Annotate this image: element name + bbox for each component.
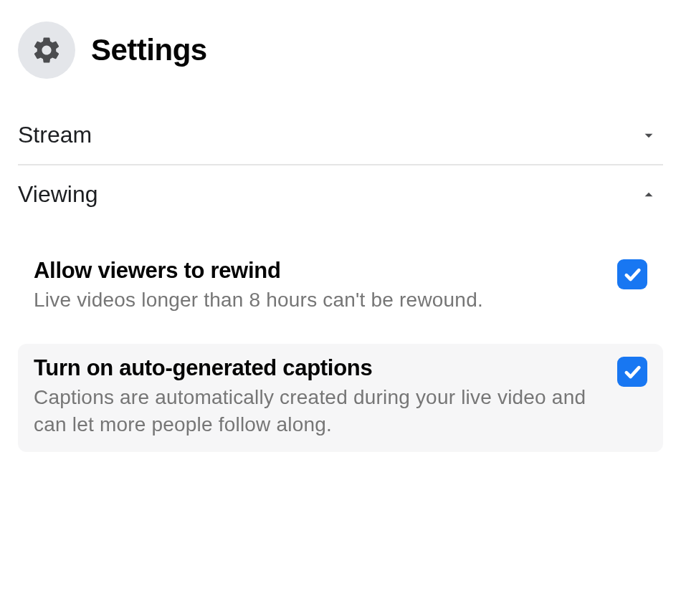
- section-stream-header[interactable]: Stream: [18, 106, 663, 164]
- gear-icon: [18, 21, 75, 79]
- setting-description: Live videos longer than 8 hours can't be…: [34, 287, 603, 314]
- setting-description: Captions are automatically created durin…: [34, 384, 603, 438]
- section-stream-title: Stream: [18, 122, 92, 148]
- setting-label: Allow viewers to rewind: [34, 258, 603, 284]
- chevron-up-icon: [639, 185, 659, 205]
- page-title: Settings: [91, 33, 207, 67]
- setting-text: Turn on auto-generated captions Captions…: [34, 355, 603, 438]
- setting-allow-rewind: Allow viewers to rewind Live videos long…: [18, 246, 663, 328]
- section-viewing-title: Viewing: [18, 181, 97, 208]
- settings-header: Settings: [18, 14, 663, 79]
- setting-auto-captions: Turn on auto-generated captions Captions…: [18, 344, 663, 453]
- section-viewing-content: Allow viewers to rewind Live videos long…: [18, 223, 663, 452]
- setting-text: Allow viewers to rewind Live videos long…: [34, 258, 603, 314]
- auto-captions-checkbox[interactable]: [617, 357, 647, 387]
- chevron-down-icon: [639, 125, 659, 145]
- allow-rewind-checkbox[interactable]: [617, 259, 647, 289]
- section-viewing-header[interactable]: Viewing: [18, 165, 663, 223]
- setting-label: Turn on auto-generated captions: [34, 355, 603, 381]
